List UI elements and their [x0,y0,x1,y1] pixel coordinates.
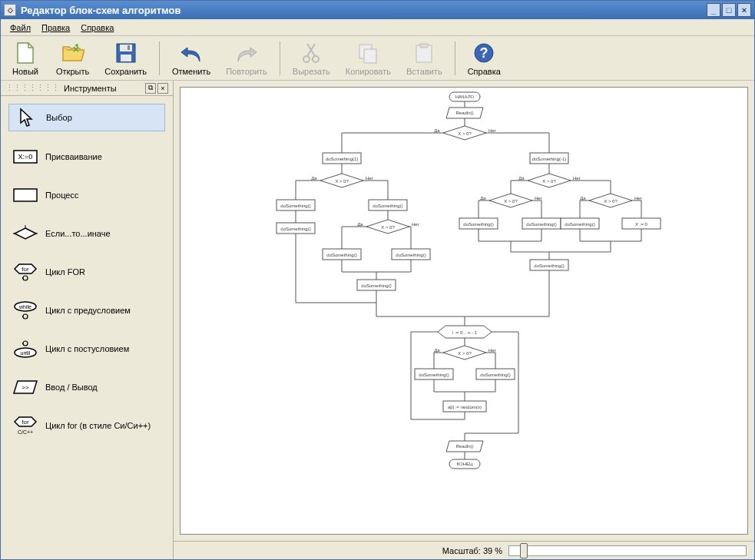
open-folder-icon [61,41,85,65]
zoom-slider[interactable] [508,545,747,556]
tool-label: Присваивание [45,152,102,161]
tool-label: Цикл с предусловием [45,306,131,315]
redo-button[interactable]: Повторить [223,39,270,78]
open-button[interactable]: Открыть [53,39,92,78]
window-title: Редактор блок-схем алгоритмов [21,5,707,16]
svg-text:for: for [22,266,29,273]
svg-text:doSomething(): doSomething() [373,204,402,208]
svg-text:Нет: Нет [488,128,496,133]
svg-text:for: for [22,419,29,426]
svg-text:C/C++: C/C++ [18,429,33,435]
svg-text:doSomething(): doSomething() [419,373,449,377]
svg-point-5 [313,56,319,62]
svg-text:Да: Да [480,196,486,200]
tool-for[interactable]: for Цикл FOR [8,259,165,285]
paste-button[interactable]: Вставить [403,39,445,78]
tool-io[interactable]: >> Ввод / Вывод [8,374,165,400]
tool-label: Процесс [45,191,78,200]
redo-icon [234,41,259,65]
svg-text:НАЧАЛО: НАЧАЛО [455,94,475,99]
titlebar: ◇ Редактор блок-схем алгоритмов _ □ × [1,1,754,19]
panel-close-button[interactable]: × [157,83,168,94]
svg-text:Нет: Нет [573,176,581,181]
svg-text:X > 0?: X > 0? [381,225,395,230]
svg-text:X:=0: X:=0 [18,153,33,161]
new-button[interactable]: Новый [7,39,44,78]
svg-text:Да: Да [434,348,440,353]
panel-title: Инструменты [64,84,117,93]
cut-label: Вырезать [293,67,330,76]
tool-ifelse[interactable]: Если...то...иначе [8,220,165,247]
svg-text:Да: Да [357,222,363,227]
save-button[interactable]: Сохранить [101,39,150,78]
tool-until[interactable]: until Цикл с постусловием [8,336,165,362]
process-icon [13,187,38,204]
svg-rect-7 [364,49,376,63]
zoom-thumb[interactable] [520,543,528,558]
svg-text:X > 0?: X > 0? [335,179,349,184]
maximize-button[interactable]: □ [722,3,736,17]
svg-rect-9 [420,44,428,48]
svg-text:КОНЕЦ: КОНЕЦ [457,462,473,466]
svg-point-19 [23,276,28,280]
undo-button[interactable]: Отменить [169,39,214,78]
toolbar: Новый Открыть Сохранить Отменить Повтор [1,36,754,81]
tool-assign[interactable]: X:=0 Присваивание [8,144,165,170]
paste-label: Вставить [406,67,442,76]
zoom-label: Масштаб: 39 % [442,546,502,555]
svg-text:until: until [21,350,31,356]
undo-label: Отменить [172,67,210,76]
svg-rect-2 [121,55,131,61]
for-loop-icon: for [13,263,38,280]
toolbox: Выбор X:=0 Присваивание Процесс [1,96,173,559]
panel-float-button[interactable]: ⧉ [145,83,156,94]
menu-file[interactable]: Файл [5,22,35,34]
save-label: Сохранить [104,67,147,76]
close-button[interactable]: × [737,3,751,17]
svg-text:Нет: Нет [535,196,542,200]
undo-icon [179,41,204,65]
svg-rect-1 [120,45,132,51]
svg-text:i := 0... n - 1: i := 0... n - 1 [452,330,478,335]
svg-text:doSomething(1): doSomething(1) [326,157,359,161]
cut-button[interactable]: Вырезать [290,39,333,78]
tool-select[interactable]: Выбор [8,104,165,131]
flowchart: НАЧАЛО Readln() X > 0? Да Нет [180,88,741,518]
help-button[interactable]: ? Справка [465,39,504,78]
tool-label: Цикл FOR [45,267,85,277]
svg-text:Да: Да [580,196,586,200]
svg-text:doSomething(): doSomething() [326,253,356,257]
tool-label: Ввод / Вывод [45,383,98,392]
svg-text:doSomething(): doSomething() [280,227,310,231]
cfor-loop-icon: forC/C++ [13,417,38,434]
svg-text:doSomething(): doSomething() [396,253,426,257]
help-icon: ? [472,41,496,65]
svg-text:?: ? [480,45,488,61]
tool-cfor[interactable]: forC/C++ Цикл for (в стиле Си/Си++) [8,413,165,439]
until-loop-icon: until [13,340,38,357]
separator [159,41,160,75]
assign-icon: X:=0 [13,148,38,165]
svg-point-23 [23,341,28,346]
flowchart-canvas[interactable]: НАЧАЛО Readln() X > 0? Да Нет [180,87,748,535]
tool-while[interactable]: while Цикл с предусловием [8,297,165,323]
tool-label: Цикл с постусловием [45,344,129,353]
cut-icon [299,41,323,65]
tool-process[interactable]: Процесс [8,182,165,208]
svg-text:X > 0?: X > 0? [458,131,472,136]
copy-button[interactable]: Копировать [343,39,394,78]
svg-text:Readln(): Readln() [455,444,473,449]
open-label: Открыть [56,67,89,76]
svg-text:Readln(): Readln() [455,111,473,115]
svg-rect-14 [14,189,37,201]
menu-help[interactable]: Справка [76,22,118,34]
svg-text:Нет: Нет [412,222,419,227]
svg-text:a[i] := random(n): a[i] := random(n) [448,405,482,409]
svg-point-22 [23,314,28,319]
save-disk-icon [114,41,138,65]
new-label: Новый [12,67,38,76]
tool-label: Цикл for (в стиле Си/Си++) [45,421,151,430]
minimize-button[interactable]: _ [707,3,720,17]
svg-text:doSomething(): doSomething() [361,283,391,288]
menu-edit[interactable]: Правка [37,22,75,34]
